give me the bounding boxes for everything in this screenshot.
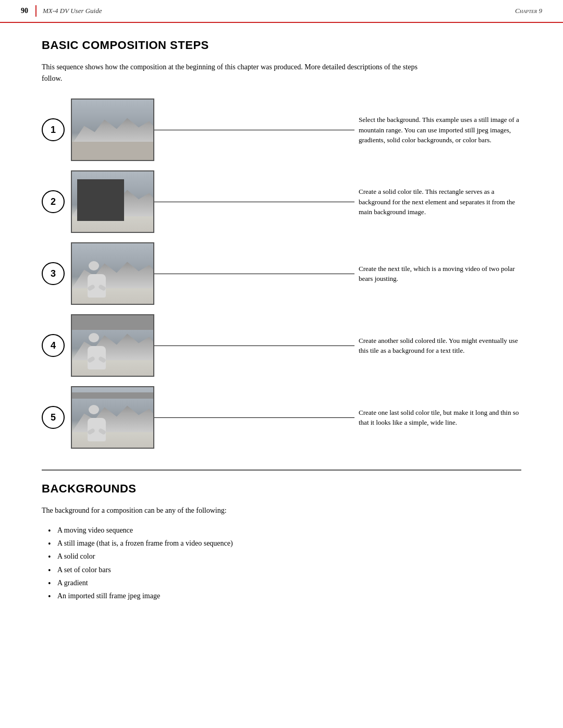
step-row-1: 1 Select the background. This example us… — [42, 98, 521, 161]
list-item-0: A moving video sequence — [57, 524, 521, 537]
bear-figure-4 — [82, 333, 111, 369]
page-number: 90 — [21, 7, 28, 15]
bear-arm-left-4 — [87, 356, 95, 363]
bear-arm-right-4 — [98, 356, 106, 363]
bear-body-5 — [88, 418, 106, 441]
step-description-2: Create a solid color tile. This rectangl… — [354, 187, 521, 217]
connector-line-2 — [154, 202, 354, 202]
bear-body-4 — [88, 346, 106, 369]
step-description-4: Create another solid colored tile. You m… — [354, 336, 521, 356]
header-chapter: Chapter 9 — [515, 7, 542, 15]
list-item-5: An imported still frame jpeg image — [57, 589, 521, 602]
bear-head — [89, 261, 99, 270]
backgrounds-intro: The background for a composition can be … — [42, 505, 521, 516]
step-description-3: Create the next tile, which is a moving … — [354, 264, 521, 284]
bear-body — [88, 274, 106, 298]
backgrounds-list: A moving video sequence A still image (t… — [42, 524, 521, 602]
step-connector-5: Create one last solid color tile, but ma… — [154, 408, 521, 428]
intro-paragraph: This sequence shows how the composition … — [42, 61, 438, 84]
basic-composition-heading: Basic Composition Steps — [42, 39, 521, 52]
step-description-1: Select the background. This example uses… — [354, 115, 521, 145]
top-gray-bar-4 — [72, 315, 153, 330]
step-connector-3: Create the next tile, which is a moving … — [154, 264, 521, 284]
step-image-1 — [71, 98, 154, 161]
bear-arm-left — [87, 284, 95, 291]
step-image-2 — [71, 170, 154, 233]
bear-head-4 — [89, 333, 99, 342]
bear-head-5 — [89, 405, 99, 414]
thin-gray-bar-5 — [72, 392, 153, 399]
bear-arm-left-5 — [87, 428, 95, 435]
step-number-1: 1 — [42, 118, 65, 141]
connector-line-3 — [154, 274, 354, 274]
connector-line-5 — [154, 417, 354, 418]
bear-figure-5 — [82, 405, 111, 441]
backgrounds-heading: Backgrounds — [42, 482, 521, 496]
steps-container: 1 Select the background. This example us… — [42, 98, 521, 449]
step-connector-4: Create another solid colored tile. You m… — [154, 336, 521, 356]
step-row-5: 5 Create one last solid color tile, but … — [42, 386, 521, 449]
bear-figure-3 — [82, 261, 111, 298]
step-row-3: 3 Create the next tile, which is a movin… — [42, 242, 521, 305]
step-image-3 — [71, 242, 154, 305]
connector-line-1 — [154, 130, 354, 130]
section-divider — [42, 470, 521, 471]
step-image-5 — [71, 386, 154, 449]
page-content: Basic Composition Steps This sequence sh… — [0, 23, 563, 623]
step-image-4 — [71, 314, 154, 377]
step-connector-1: Select the background. This example uses… — [154, 115, 521, 145]
page-header: 90 MX-4 DV User Guide Chapter 9 — [0, 0, 563, 23]
step-row-2: 2 Create a solid color tile. This rectan… — [42, 170, 521, 233]
list-item-2: A solid color — [57, 550, 521, 563]
list-item-1: A still image (that is, a frozen frame f… — [57, 537, 521, 550]
step-number-4: 4 — [42, 334, 65, 357]
list-item-4: A gradient — [57, 576, 521, 589]
connector-line-4 — [154, 346, 354, 346]
bear-arm-right — [98, 284, 106, 291]
step-description-5: Create one last solid color tile, but ma… — [354, 408, 521, 428]
bear-arm-right-5 — [98, 428, 106, 435]
header-divider — [35, 5, 36, 17]
step-row-4: 4 Create another solid colored tile. You… — [42, 314, 521, 377]
step-number-5: 5 — [42, 406, 65, 429]
step-number-3: 3 — [42, 262, 65, 285]
list-item-3: A set of color bars — [57, 563, 521, 576]
step-connector-2: Create a solid color tile. This rectangl… — [154, 187, 521, 217]
step-number-2: 2 — [42, 190, 65, 213]
dark-rect — [77, 179, 124, 221]
header-title: MX-4 DV User Guide — [43, 7, 515, 15]
